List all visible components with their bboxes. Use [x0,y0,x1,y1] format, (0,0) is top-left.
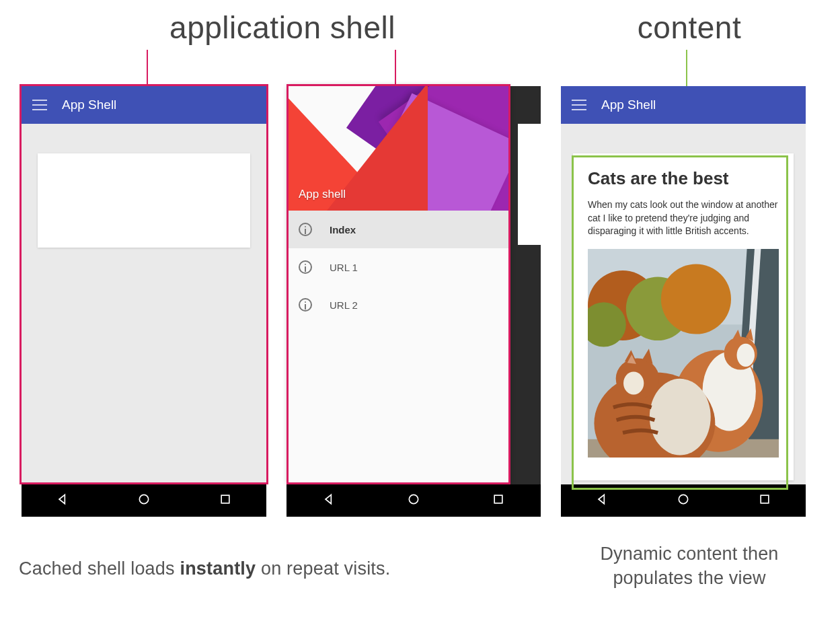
svg-rect-1 [221,495,229,503]
svg-point-22 [623,371,644,394]
recents-icon[interactable] [758,492,771,509]
recents-icon[interactable] [219,492,232,509]
drawer-item-url1[interactable]: URL 1 [287,248,508,286]
content-card: Cats are the best When my cats look out … [573,153,794,480]
app-bar: App Shell [561,86,806,124]
caption-shell-pre: Cached shell loads [19,558,180,579]
back-icon[interactable] [322,492,336,509]
drawer-item-label: URL 2 [330,299,358,311]
drawer-list: Index URL 1 URL 2 [287,211,508,324]
connector-line [147,50,148,86]
svg-rect-3 [494,495,502,503]
app-title: App Shell [601,98,656,112]
drawer-item-url2[interactable]: URL 2 [287,286,508,324]
drawer-title: App shell [299,188,346,201]
info-icon [299,223,312,236]
svg-point-26 [679,495,687,503]
android-system-bar [287,484,541,517]
recents-icon[interactable] [492,492,505,509]
svg-point-2 [409,495,418,503]
scrim-backdrop-light [518,124,541,245]
svg-point-10 [661,264,731,334]
drawer-hero: App shell [287,86,508,211]
nav-drawer: App shell Index URL 1 URL 2 [287,86,508,484]
home-icon[interactable] [677,492,690,509]
drawer-item-index[interactable]: Index [287,211,508,248]
label-content: content [599,9,780,46]
svg-point-16 [737,344,755,367]
svg-point-0 [139,495,148,503]
info-icon [299,260,312,274]
empty-content-card [38,153,250,248]
caption-shell-bold: instantly [180,558,256,579]
android-system-bar [561,484,806,517]
android-system-bar [22,484,266,517]
article-heading: Cats are the best [588,168,779,189]
svg-rect-27 [761,495,769,503]
hamburger-icon[interactable] [572,100,586,110]
drawer-item-label: Index [330,224,356,235]
article-photo [588,249,779,458]
connector-line [395,50,396,86]
svg-point-20 [650,379,711,455]
label-application-shell: application shell [131,9,434,46]
hamburger-icon[interactable] [32,100,47,110]
phone-shell-empty: App Shell [22,86,266,517]
phone-content-loaded: App Shell Cats are the best When my cats… [561,86,806,517]
info-icon [299,298,312,312]
drawer-item-label: URL 1 [330,262,358,273]
app-title: App Shell [62,98,116,112]
caption-shell: Cached shell loads instantly on repeat v… [19,558,449,579]
home-icon[interactable] [137,492,151,509]
caption-content: Dynamic content then populates the view [565,542,814,591]
back-icon[interactable] [56,492,69,509]
phone-shell-drawer: App shell Index URL 1 URL 2 [287,86,541,517]
caption-shell-post: on repeat visits. [256,558,390,579]
article-body: When my cats look out the window at anot… [588,198,779,238]
home-icon[interactable] [407,492,420,509]
back-icon[interactable] [595,492,609,509]
app-bar: App Shell [22,86,266,124]
